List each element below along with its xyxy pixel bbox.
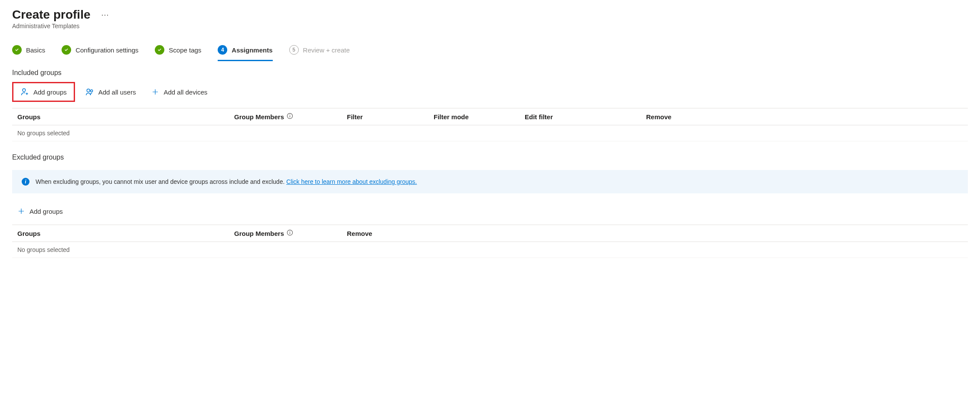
tab-basics[interactable]: Basics — [12, 42, 45, 61]
excluded-actions: Add groups — [12, 204, 968, 219]
excluded-groups-table: Groups Group Members Remove No groups se… — [12, 225, 968, 258]
tab-scope-tags[interactable]: Scope tags — [155, 42, 201, 61]
highlight-annotation: Add groups — [12, 82, 75, 102]
banner-text: When excluding groups, you cannot mix us… — [36, 178, 417, 185]
tab-label: Configuration settings — [75, 46, 138, 54]
included-actions: Add groups Add all users Add all devices — [12, 82, 968, 102]
column-edit-filter[interactable]: Edit filter — [525, 113, 646, 121]
check-icon — [12, 45, 22, 55]
check-icon — [155, 45, 164, 55]
plus-icon — [17, 207, 25, 215]
svg-point-1 — [87, 89, 90, 92]
step-number-icon: 4 — [218, 45, 227, 55]
table-empty-row: No groups selected — [12, 125, 968, 141]
tab-label: Scope tags — [169, 46, 201, 54]
add-all-users-button[interactable]: Add all users — [80, 84, 141, 100]
tab-review-create: 5 Review + create — [289, 42, 350, 61]
column-label: Group Members — [234, 113, 284, 121]
info-icon[interactable] — [287, 229, 293, 237]
page-subtitle: Administrative Templates — [12, 23, 968, 29]
wizard-tabs: Basics Configuration settings Scope tags… — [12, 42, 968, 61]
svg-point-2 — [90, 90, 92, 92]
column-remove[interactable]: Remove — [347, 229, 434, 237]
add-all-devices-button[interactable]: Add all devices — [146, 85, 212, 99]
included-groups-heading: Included groups — [12, 69, 968, 77]
step-number-icon: 5 — [289, 45, 299, 55]
info-icon: i — [22, 178, 29, 186]
page-title: Create profile — [12, 8, 91, 22]
add-groups-excluded-button[interactable]: Add groups — [12, 204, 68, 219]
add-groups-button[interactable]: Add groups — [15, 84, 72, 100]
check-icon — [62, 45, 71, 55]
tab-label: Review + create — [303, 46, 350, 54]
banner-learn-more-link[interactable]: Click here to learn more about excluding… — [286, 178, 417, 185]
person-add-icon — [20, 88, 29, 96]
column-remove[interactable]: Remove — [646, 113, 963, 121]
tab-label: Assignments — [232, 46, 272, 54]
button-label: Add groups — [33, 88, 67, 96]
banner-message: When excluding groups, you cannot mix us… — [36, 178, 286, 185]
more-actions-button[interactable]: ⋯ — [98, 8, 112, 21]
svg-point-5 — [290, 114, 291, 115]
column-group-members[interactable]: Group Members — [234, 229, 347, 237]
column-label: Group Members — [234, 230, 284, 237]
column-groups[interactable]: Groups — [17, 229, 234, 237]
button-label: Add all users — [98, 88, 136, 96]
included-groups-table: Groups Group Members Filter Filter mode … — [12, 108, 968, 141]
button-label: Add groups — [29, 208, 63, 215]
info-banner: i When excluding groups, you cannot mix … — [12, 170, 968, 193]
excluded-groups-heading: Excluded groups — [12, 153, 968, 161]
table-header: Groups Group Members Filter Filter mode … — [12, 108, 968, 125]
column-filter[interactable]: Filter — [347, 113, 434, 121]
info-icon[interactable] — [287, 113, 293, 121]
svg-point-0 — [23, 89, 26, 92]
button-label: Add all devices — [163, 88, 207, 96]
column-group-members[interactable]: Group Members — [234, 113, 347, 121]
people-icon — [85, 88, 94, 96]
column-groups[interactable]: Groups — [17, 113, 234, 121]
tab-label: Basics — [26, 46, 45, 54]
plus-icon — [151, 88, 159, 96]
tab-assignments[interactable]: 4 Assignments — [218, 42, 272, 61]
column-filter-mode[interactable]: Filter mode — [434, 113, 525, 121]
tab-configuration-settings[interactable]: Configuration settings — [62, 42, 138, 61]
table-header: Groups Group Members Remove — [12, 225, 968, 242]
table-empty-row: No groups selected — [12, 242, 968, 258]
svg-point-8 — [290, 231, 291, 232]
